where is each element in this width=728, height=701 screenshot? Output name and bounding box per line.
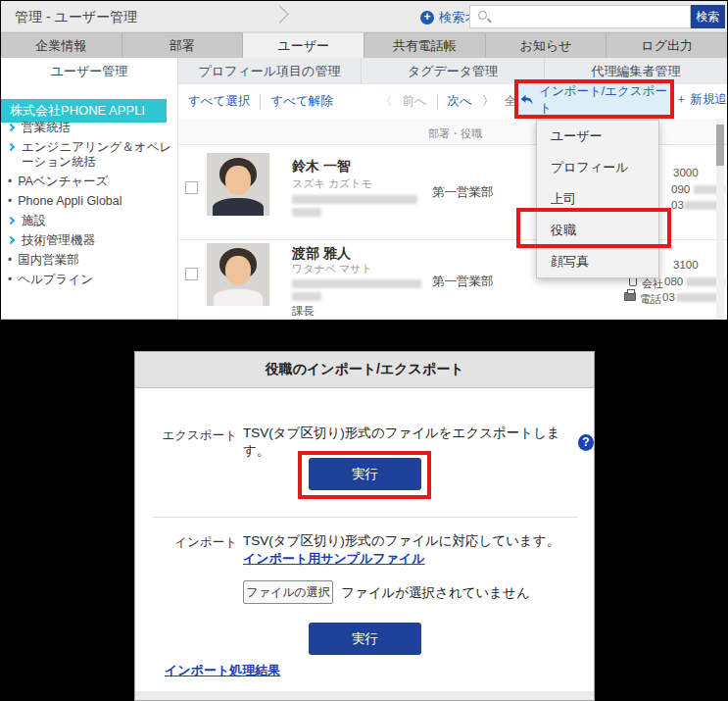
annotated-screenshot: 管理 - ユーザー管理 + 検索オプション 検索 企業情報 部署 ユーザー 共有… xyxy=(0,0,728,701)
position-import-export-dialog: 役職のインポート/エクスポート エクスポート TSV(タブ区切り)形式のファイル… xyxy=(134,351,595,701)
menu-item-face-photo[interactable]: 顔写真 xyxy=(537,246,658,277)
sidebar-item-label: 営業統括 xyxy=(22,121,71,135)
user-dept: 第一営業部 xyxy=(432,274,494,290)
bullet-icon: • xyxy=(8,175,12,188)
avatar-shirt xyxy=(213,288,264,306)
tab-user-management[interactable]: ユーザー管理 xyxy=(1,58,178,84)
redacted-email xyxy=(292,208,321,217)
prev-page-link: 前へ xyxy=(402,93,426,110)
tab-proxy-editors[interactable]: 代理編集者管理 xyxy=(545,58,727,84)
user-position: 課長 xyxy=(292,304,315,319)
contact-phone: 03 xyxy=(671,199,684,211)
contact-mobile: 090 xyxy=(671,183,690,195)
scrollbar-track[interactable] xyxy=(716,119,724,320)
export-section-label: エクスポート xyxy=(143,427,237,444)
bullet-icon: • xyxy=(8,194,12,208)
export-run-button[interactable]: 実行 xyxy=(309,458,421,490)
avatar-shirt xyxy=(213,198,264,216)
import-export-button[interactable]: インポート/エクスポート xyxy=(520,83,671,116)
file-status-text: ファイルが選択されていません xyxy=(341,584,530,602)
tab-log-export[interactable]: ログ出力 xyxy=(607,32,727,58)
contact-extension: 3000 xyxy=(673,167,699,178)
sidebar-item-label: エンジニアリング＆オペレーション統括 xyxy=(22,140,172,170)
menu-item-position[interactable]: 役職 xyxy=(537,215,658,246)
add-new-label: 新規追加 xyxy=(691,91,728,108)
chevron-right-icon xyxy=(7,143,15,151)
redacted-email xyxy=(292,279,421,288)
contact-mobile: 080 xyxy=(664,275,683,287)
file-select-button[interactable]: ファイルの選択 xyxy=(243,580,333,604)
user-dept: 第一営業部 xyxy=(432,184,494,201)
search-input[interactable] xyxy=(494,6,688,27)
add-new-button[interactable]: ＋ 新規追加 xyxy=(675,91,728,108)
contact-phone: 03 xyxy=(662,291,675,303)
dialog-footer-strip xyxy=(135,691,594,700)
redacted-email xyxy=(292,195,417,204)
row-checkbox[interactable] xyxy=(185,268,198,280)
sample-file-link[interactable]: インポート用サンプルファイル xyxy=(243,550,425,568)
prev-page-chevron-icon: 〈 xyxy=(380,93,393,110)
admin-screen: 管理 - ユーザー管理 + 検索オプション 検索 企業情報 部署 ユーザー 共有… xyxy=(1,1,727,320)
select-all-link[interactable]: すべて選択 xyxy=(188,93,250,110)
sidebar-item-engineering-ops[interactable]: エンジニアリング＆オペレーション統括 xyxy=(8,140,172,170)
contact-extension: 3100 xyxy=(673,259,699,271)
user-photo xyxy=(207,153,269,216)
export-description-row: TSV(タブ区切り)形式のファイルをエクスポートします。 ? xyxy=(243,425,594,460)
sidebar-item-sales-div[interactable]: 営業統括 xyxy=(8,121,172,135)
department-sidebar: 株式会社PHONE APPLI 営業統括 エンジニアリング＆オペレーション統括 … xyxy=(1,84,178,319)
help-icon[interactable]: ? xyxy=(578,434,594,451)
menu-item-profile[interactable]: プロフィール xyxy=(537,152,658,183)
sidebar-item-label: PAベンチャーズ xyxy=(18,175,108,189)
fax-icon xyxy=(624,292,636,301)
menu-item-manager[interactable]: 上司 xyxy=(537,183,658,215)
user-name[interactable]: 鈴木 一智 xyxy=(292,158,351,175)
bullet-icon: • xyxy=(8,253,12,267)
toolbar-separator xyxy=(260,94,261,110)
department-tree: 営業統括 エンジニアリング＆オペレーション統括 • PAベンチャーズ • Pho… xyxy=(8,121,172,292)
sidebar-item-helpline[interactable]: • ヘルプライン xyxy=(8,273,172,287)
search-icon xyxy=(478,11,487,20)
tab-company-info[interactable]: 企業情報 xyxy=(1,32,122,58)
tab-tag-data[interactable]: タグデータ管理 xyxy=(362,58,545,84)
scrollbar-thumb[interactable] xyxy=(716,125,724,166)
tab-profile-fields[interactable]: プロフィール項目の管理 xyxy=(178,58,362,84)
plus-icon: ＋ xyxy=(675,91,688,108)
next-page-link[interactable]: 次へ xyxy=(448,93,472,110)
tab-users[interactable]: ユーザー xyxy=(243,32,364,58)
import-result-link[interactable]: インポート処理結果 xyxy=(165,662,280,679)
menu-item-user[interactable]: ユーザー xyxy=(537,121,658,152)
user-name[interactable]: 渡部 雅人 xyxy=(292,245,351,263)
sidebar-item-facilities[interactable]: 施設 xyxy=(8,214,172,228)
row-divider xyxy=(178,319,727,320)
avatar-face xyxy=(225,166,251,195)
deselect-all-link[interactable]: すべて解除 xyxy=(270,93,332,110)
column-header-dept-position: 部署・役職 xyxy=(428,126,482,141)
contact-label: 会社 xyxy=(642,276,663,291)
next-page-chevron-icon[interactable]: 〉 xyxy=(482,93,495,110)
import-export-menu: ユーザー プロフィール 上司 役職 顔写真 xyxy=(536,120,659,278)
sidebar-item-tech-equipment[interactable]: 技術管理機器 xyxy=(8,233,172,248)
tab-shared-phonebook[interactable]: 共有電話帳 xyxy=(364,32,486,58)
row-checkbox[interactable] xyxy=(185,181,198,194)
sidebar-item-pa-ventures[interactable]: • PAベンチャーズ xyxy=(8,175,172,189)
chevron-right-icon xyxy=(7,236,15,244)
import-description: TSV(タブ区切り)形式のファイルに対応しています。 xyxy=(243,532,559,550)
sidebar-item-phone-appli-global[interactable]: • Phone Appli Global xyxy=(8,194,172,209)
sidebar-item-company[interactable]: 株式会社PHONE APPLI xyxy=(1,99,167,123)
search-button[interactable]: 検索 xyxy=(691,5,725,28)
import-export-label: インポート/エクスポート xyxy=(539,83,671,117)
sidebar-item-label: 技術管理機器 xyxy=(22,233,95,248)
section-divider xyxy=(153,517,578,518)
tab-departments[interactable]: 部署 xyxy=(122,32,244,58)
sidebar-item-domestic-sales[interactable]: • 国内営業部 xyxy=(8,253,172,268)
tab-notices[interactable]: お知らせ xyxy=(486,32,607,58)
reply-arrow-icon xyxy=(520,94,533,106)
import-run-button[interactable]: 実行 xyxy=(309,623,421,655)
chevron-right-icon xyxy=(7,217,15,225)
breadcrumb-chevron-icon xyxy=(270,5,288,23)
redacted-email xyxy=(292,292,321,301)
import-description-text: TSV(タブ区切り)形式のファイルに対応しています。 xyxy=(243,532,559,550)
chevron-right-icon xyxy=(7,124,15,131)
breadcrumb: 管理 - ユーザー管理 xyxy=(15,9,137,26)
plus-circle-icon: + xyxy=(420,11,434,25)
